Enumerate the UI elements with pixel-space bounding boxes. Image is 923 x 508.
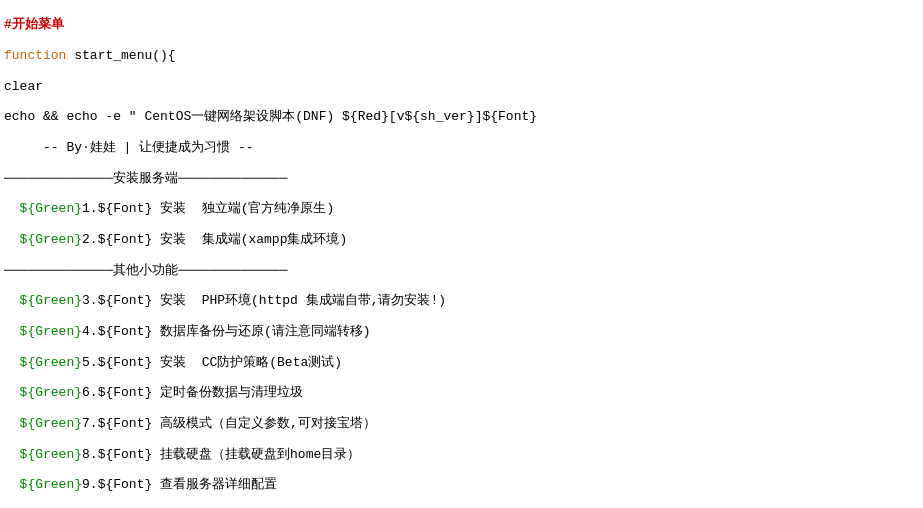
code-text: 7.${Font} 高级模式（自定义参数,可对接宝塔） bbox=[82, 416, 376, 431]
line-8: ${Green}2.${Font} 安装 集成端(xampp集成环境) bbox=[4, 232, 919, 247]
code-text: ──────────────其他小功能────────────── bbox=[4, 263, 287, 278]
code-text: echo && echo -e " CentOS一键网络架设脚本(DNF) ${… bbox=[4, 109, 537, 124]
line-16: ${Green}9.${Font} 查看服务器详细配置 bbox=[4, 477, 919, 492]
code-text: 6.${Font} 定时备份数据与清理垃圾 bbox=[82, 385, 303, 400]
code-text: clear bbox=[4, 79, 43, 94]
line-7: ${Green}1.${Font} 安装 独立端(官方纯净原生) bbox=[4, 201, 919, 216]
green-text: ${Green} bbox=[20, 293, 82, 308]
green-text: ${Green} bbox=[20, 324, 82, 339]
line-10: ${Green}3.${Font} 安装 PHP环境(httpd 集成端自带,请… bbox=[4, 293, 919, 308]
green-text: ${Green} bbox=[20, 201, 82, 216]
code-text bbox=[4, 477, 20, 492]
code-text: 5.${Font} 安装 CC防护策略(Beta测试) bbox=[82, 355, 342, 370]
line-5: -- By·娃娃 | 让便捷成为习惯 -- bbox=[4, 140, 919, 155]
code-text: 2.${Font} 安装 集成端(xampp集成环境) bbox=[82, 232, 347, 247]
code-text bbox=[4, 232, 20, 247]
line-6: ──────────────安装服务端────────────── bbox=[4, 171, 919, 186]
code-text: start_menu(){ bbox=[66, 48, 175, 63]
line-2: function start_menu(){ bbox=[4, 48, 919, 63]
keyword-function: function bbox=[4, 48, 66, 63]
green-text: ${Green} bbox=[20, 416, 82, 431]
green-text: ${Green} bbox=[20, 477, 82, 492]
code-editor: #开始菜单 function start_menu(){ clear echo … bbox=[0, 0, 923, 508]
code-text bbox=[4, 416, 20, 431]
line-13: ${Green}6.${Font} 定时备份数据与清理垃圾 bbox=[4, 385, 919, 400]
green-text: ${Green} bbox=[20, 355, 82, 370]
code-text: -- By·娃娃 | 让便捷成为习惯 -- bbox=[4, 140, 254, 155]
code-text bbox=[4, 447, 20, 462]
code-text: 3.${Font} 安装 PHP环境(httpd 集成端自带,请勿安装!) bbox=[82, 293, 446, 308]
code-text bbox=[4, 385, 20, 400]
code-text: 4.${Font} 数据库备份与还原(请注意同端转移) bbox=[82, 324, 371, 339]
line-11: ${Green}4.${Font} 数据库备份与还原(请注意同端转移) bbox=[4, 324, 919, 339]
line-14: ${Green}7.${Font} 高级模式（自定义参数,可对接宝塔） bbox=[4, 416, 919, 431]
code-text bbox=[4, 324, 20, 339]
code-text bbox=[4, 201, 20, 216]
code-text: 9.${Font} 查看服务器详细配置 bbox=[82, 477, 277, 492]
header-comment: #开始菜单 bbox=[4, 17, 64, 32]
code-text bbox=[4, 355, 20, 370]
green-text: ${Green} bbox=[20, 385, 82, 400]
code-text: 8.${Font} 挂载硬盘（挂载硬盘到home目录） bbox=[82, 447, 360, 462]
green-text: ${Green} bbox=[20, 447, 82, 462]
code-text: 1.${Font} 安装 独立端(官方纯净原生) bbox=[82, 201, 334, 216]
code-text: ──────────────安装服务端────────────── bbox=[4, 171, 287, 186]
green-text: ${Green} bbox=[20, 232, 82, 247]
line-15: ${Green}8.${Font} 挂载硬盘（挂载硬盘到home目录） bbox=[4, 447, 919, 462]
line-9: ──────────────其他小功能────────────── bbox=[4, 263, 919, 278]
line-12: ${Green}5.${Font} 安装 CC防护策略(Beta测试) bbox=[4, 355, 919, 370]
code-text bbox=[4, 293, 20, 308]
line-4: echo && echo -e " CentOS一键网络架设脚本(DNF) ${… bbox=[4, 109, 919, 124]
line-3: clear bbox=[4, 79, 919, 94]
line-1: #开始菜单 bbox=[4, 17, 919, 32]
